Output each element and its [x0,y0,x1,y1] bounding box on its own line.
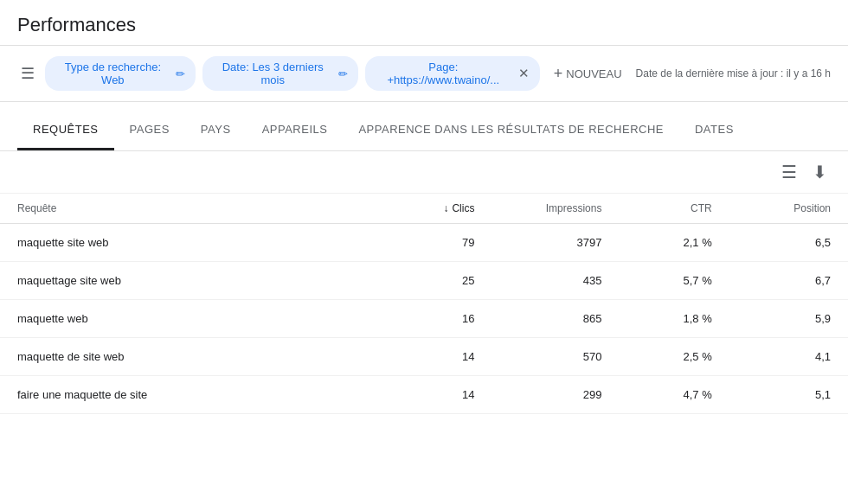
cell-clics: 25 [382,262,491,300]
chip-date-label: Date: Les 3 derniers mois [213,61,333,86]
table-row: faire une maquette de site 14 299 4,7 % … [0,376,848,414]
sort-arrow-icon: ↓ [443,202,448,214]
page-header: Performances [0,0,848,46]
tab-appareils[interactable]: APPAREILS [247,111,344,150]
cell-impressions: 570 [491,338,619,376]
cell-requete: maquette site web [0,224,382,262]
cell-requete: maquette web [0,300,382,338]
chip-type-recherche-label: Type de recherche: Web [55,61,170,86]
col-header-impressions[interactable]: Impressions [491,194,619,224]
plus-icon: + [554,65,563,83]
cell-clics: 14 [382,338,491,376]
cell-ctr: 4,7 % [619,376,729,414]
cell-impressions: 435 [491,262,619,300]
filter-icon[interactable]: ☰ [17,61,38,86]
cell-ctr: 5,7 % [619,262,729,300]
table-row: maquette de site web 14 570 2,5 % 4,1 [0,338,848,376]
cell-impressions: 865 [491,300,619,338]
table-row: maquette web 16 865 1,8 % 5,9 [0,300,848,338]
table-row: maquette site web 79 3797 2,1 % 6,5 [0,224,848,262]
table-row: maquettage site web 25 435 5,7 % 6,7 [0,262,848,300]
update-date: Date de la dernière mise à jour : il y a… [636,67,831,80]
cell-requete: maquettage site web [0,262,382,300]
chip-type-recherche[interactable]: Type de recherche: Web ✏ [45,56,196,91]
cell-ctr: 2,1 % [619,224,729,262]
cell-position: 6,5 [729,224,848,262]
tab-requetes[interactable]: REQUÊTES [17,111,114,150]
chip-page-label: Page: +https://www.twaino/... [376,61,511,86]
col-header-ctr[interactable]: CTR [619,194,729,224]
col-header-requete: Requête [0,194,382,224]
chip-page[interactable]: Page: +https://www.twaino/... ✕ [365,56,540,91]
cell-impressions: 3797 [491,224,619,262]
filter-bar: ☰ Type de recherche: Web ✏ Date: Les 3 d… [0,46,848,102]
table-body: maquette site web 79 3797 2,1 % 6,5 maqu… [0,224,848,414]
data-table: Requête ↓Clics Impressions CTR Position … [0,194,848,414]
table-header-row: Requête ↓Clics Impressions CTR Position [0,194,848,224]
tab-pays[interactable]: PAYS [185,111,247,150]
col-header-position[interactable]: Position [729,194,848,224]
add-filter-label: NOUVEAU [566,67,621,80]
add-filter-button[interactable]: + NOUVEAU [547,61,629,87]
chip-page-close-icon[interactable]: ✕ [518,66,530,81]
cell-clics: 14 [382,376,491,414]
cell-clics: 79 [382,224,491,262]
table-toolbar: ☰ ⬇ [0,151,848,194]
cell-clics: 16 [382,300,491,338]
cell-requete: faire une maquette de site [0,376,382,414]
tab-apparence[interactable]: APPARENCE DANS LES RÉSULTATS DE RECHERCH… [343,111,679,150]
cell-position: 5,1 [729,376,848,414]
download-icon[interactable]: ⬇ [809,158,831,186]
cell-position: 5,9 [729,300,848,338]
cell-ctr: 1,8 % [619,300,729,338]
chip-date-edit-icon: ✏ [338,67,348,80]
cell-ctr: 2,5 % [619,338,729,376]
col-header-clics[interactable]: ↓Clics [382,194,491,224]
tabs-bar: REQUÊTES PAGES PAYS APPAREILS APPARENCE … [0,111,848,151]
cell-position: 4,1 [729,338,848,376]
tab-pages[interactable]: PAGES [114,111,185,150]
cell-position: 6,7 [729,262,848,300]
tab-dates[interactable]: DATES [679,111,749,150]
chip-type-recherche-edit-icon: ✏ [176,67,185,80]
cell-impressions: 299 [491,376,619,414]
cell-requete: maquette de site web [0,338,382,376]
filter-table-icon[interactable]: ☰ [778,158,800,186]
chip-date[interactable]: Date: Les 3 derniers mois ✏ [202,56,358,91]
page-title: Performances [17,14,831,36]
